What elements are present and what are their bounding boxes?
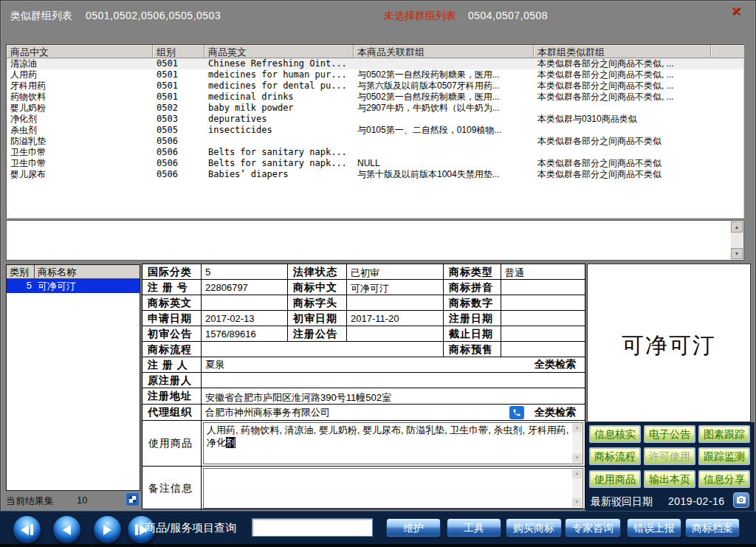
cell-group: 0501	[153, 69, 205, 80]
table-row[interactable]: 婴儿尿布 0506 Babies’ diapers 与第十版及以前版本1004失…	[7, 169, 743, 180]
table-row[interactable]: 婴儿奶粉 0502 baby milk powder 与2907牛奶，牛奶饮料（…	[7, 103, 743, 114]
cell-product-cn: 净化剂	[7, 114, 153, 125]
vertical-scrollbar[interactable]: ▲ ▼	[731, 221, 743, 259]
cell-similar-groups	[534, 147, 743, 158]
cell-similar-groups: 本类似群各部分之间商品不类似, ...	[534, 69, 743, 80]
table-row[interactable]: 人用药 0501 mdeicines for human pur... 与050…	[7, 69, 743, 80]
textarea-scrollbar[interactable]: ▲ ▼	[572, 424, 582, 463]
export-page-button[interactable]: 输出本页	[644, 470, 695, 488]
next-record-button[interactable]	[94, 516, 121, 543]
full-class-search-link[interactable]: 全类检索	[535, 406, 585, 419]
maintain-button[interactable]: 维护	[386, 518, 441, 537]
apply-date-value: 2017-02-13	[202, 311, 288, 326]
full-class-search-link[interactable]: 全类检索	[535, 358, 585, 371]
field-label: 商标字头	[288, 295, 347, 310]
field-label: 商标流程	[142, 342, 202, 357]
cell-product-en: medicines for dental pu...	[205, 80, 354, 92]
expert-consult-button[interactable]: 专家咨询	[565, 518, 621, 537]
app-window: 类似群组列表 0501,0502,0506,0505,0503 未选择群组列表 …	[0, 0, 756, 547]
field-label: 原注册人	[142, 373, 202, 388]
first-record-button[interactable]	[13, 516, 41, 543]
tools-button[interactable]: 工具	[447, 518, 501, 537]
cell-class: 5	[7, 279, 35, 293]
column-header-group[interactable]: 组别	[153, 45, 205, 58]
layout-grid-button[interactable]	[126, 492, 140, 506]
trademark-archive-button[interactable]: 商标档案	[685, 518, 740, 537]
trademark-flow-value	[202, 342, 444, 357]
scroll-down-icon[interactable]: ▼	[572, 454, 582, 463]
form-row: 注册地址 安徽省合肥市庐阳区淮河路390号11幢502室	[142, 388, 585, 405]
cell-product-en: Belts for sanitary napk...	[205, 158, 354, 169]
first-review-date-value: 2017-11-20	[347, 311, 444, 326]
scroll-up-icon[interactable]: ▲	[572, 469, 582, 478]
trademark-en-value	[202, 295, 288, 310]
column-header-class[interactable]: 类别	[7, 265, 35, 278]
prev-record-button[interactable]	[53, 516, 80, 543]
error-report-button[interactable]: 错误上报	[627, 518, 681, 537]
used-goods-textarea[interactable]: 人用药, 药物饮料, 清凉油, 婴儿奶粉, 婴儿尿布, 防溢乳垫, 卫生巾带, …	[203, 422, 583, 464]
next-record-icon	[103, 525, 111, 535]
original-registrant-value	[202, 373, 585, 388]
cell-related-groups: 与0502第一自然段药制糖果，医用...	[354, 69, 534, 80]
list-item[interactable]: 5 可净可汀	[7, 279, 140, 293]
table-row[interactable]: 卫生巾带 0506 Belts for sanitary napk...	[7, 147, 743, 158]
table-row[interactable]: 药物饮料 0501 medicinal drinks 与0502第一自然段药制糖…	[7, 92, 743, 103]
info-verify-button[interactable]: 信息核实	[589, 425, 641, 443]
scroll-up-icon[interactable]: ▲	[731, 221, 743, 233]
cell-product-cn: 卫生巾带	[7, 147, 153, 158]
cell-group: 0501	[153, 80, 205, 92]
registration-gazette-value	[347, 326, 444, 341]
remark-textarea[interactable]: ▲ ▼	[203, 468, 583, 509]
column-header-trademark-name[interactable]: 商标名称	[35, 265, 140, 278]
prev-record-icon	[63, 525, 71, 535]
track-monitor-button[interactable]: 跟踪监测	[698, 447, 750, 465]
used-goods-button[interactable]: 使用商品	[589, 470, 641, 488]
column-header-product-cn[interactable]: 商品中文	[7, 45, 153, 58]
form-row: 原注册人	[142, 373, 585, 388]
field-label: 注 册 号	[142, 280, 202, 295]
cell-product-cn: 药物饮料	[7, 92, 153, 103]
cell-similar-groups: 本类似群各部分之间商品不类似	[534, 158, 743, 169]
trademark-preview-text: 可净可汀	[622, 325, 716, 361]
table-row[interactable]: 清凉油 0501 Chinese Refreshing Oint... 本类似群…	[7, 58, 743, 69]
scroll-down-icon[interactable]: ▼	[572, 498, 582, 507]
image-tracking-button[interactable]: 图素跟踪	[698, 425, 750, 443]
cell-product-en: Belts for sanitary napk...	[205, 147, 354, 158]
goods-service-search-input[interactable]	[252, 518, 373, 537]
cell-product-cn: 婴儿尿布	[7, 169, 153, 180]
column-header-empty[interactable]	[711, 45, 743, 58]
snapshot-button[interactable]	[733, 492, 749, 508]
cell-related-groups: NULL	[354, 158, 534, 169]
trademark-preview-panel: 可净可汀	[587, 264, 751, 422]
table-row[interactable]: 卫生巾带 0506 Belts for sanitary napk... NUL…	[7, 158, 743, 169]
result-strip: 当前结果集 10	[6, 492, 142, 509]
trademark-presale-value	[501, 342, 585, 357]
cell-product-cn: 防溢乳垫	[7, 136, 153, 147]
trademark-list-header: 类别 商标名称	[7, 265, 140, 279]
trademark-flow-button[interactable]: 商标流程	[589, 447, 641, 465]
info-share-button[interactable]: 信息分享	[698, 470, 750, 488]
table-row[interactable]: 防溢乳垫 0506 本类似群各部分之间商品不类似	[7, 136, 743, 147]
scroll-up-icon[interactable]: ▲	[572, 424, 582, 433]
close-icon[interactable]: ✕	[727, 4, 745, 20]
column-header-similar-groups[interactable]: 本群组类似群组	[534, 45, 711, 58]
intl-class-value: 5	[202, 264, 288, 279]
cell-product-en: baby milk powder	[205, 103, 354, 114]
cell-product-en: Babies’ diapers	[205, 169, 354, 180]
field-label: 商标预售	[444, 342, 501, 357]
field-label: 申请日期	[142, 311, 202, 326]
cell-group: 0506	[153, 136, 205, 147]
column-header-product-en[interactable]: 商品英文	[205, 45, 354, 58]
table-row[interactable]: 净化剂 0503 depuratives 本类似群与0310商品类似	[7, 114, 743, 125]
registrant-value: 夏泉	[205, 358, 224, 371]
e-gazette-button[interactable]: 电子公告	[644, 425, 695, 443]
table-row[interactable]: 杀虫剂 0505 insecticides 与0105第一、二自然段，0109植…	[7, 125, 743, 136]
table-row[interactable]: 牙科用药 0501 medicines for dental pu... 与第六…	[7, 80, 743, 92]
buy-trademark-button[interactable]: 购买商标	[506, 518, 562, 537]
textarea-scrollbar[interactable]: ▲ ▼	[572, 469, 582, 507]
phone-icon[interactable]	[509, 406, 524, 419]
column-header-related-groups[interactable]: 本商品关联群组	[354, 45, 534, 58]
cell-product-cn: 卫生巾带	[7, 158, 153, 169]
field-label: 注 册 人	[142, 357, 202, 372]
scroll-down-icon[interactable]: ▼	[731, 248, 743, 259]
